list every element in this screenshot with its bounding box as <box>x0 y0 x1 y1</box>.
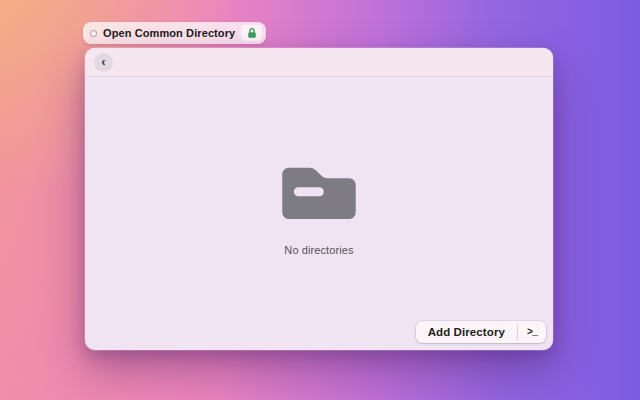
desktop-background: Open Common Directory ‹ <box>0 0 640 400</box>
add-directory-button[interactable]: Add Directory <box>416 321 517 343</box>
window-titlebar: ‹ <box>85 48 553 77</box>
open-common-directory-badge[interactable]: Open Common Directory <box>83 22 266 44</box>
empty-state: No directories <box>280 162 358 256</box>
status-dot-icon <box>90 30 97 37</box>
terminal-prompt-icon: >_ <box>527 327 537 338</box>
lock-icon <box>246 27 258 39</box>
app-window: ‹ No directories Add Directory >_ <box>85 48 553 350</box>
empty-state-message: No directories <box>284 244 353 256</box>
chevron-left-icon: ‹ <box>101 55 105 68</box>
window-content: No directories Add Directory >_ <box>85 77 553 349</box>
footer-button-group: Add Directory >_ <box>416 321 546 343</box>
back-button[interactable]: ‹ <box>94 53 113 72</box>
folder-icon <box>280 162 358 220</box>
lock-chip <box>241 25 262 41</box>
terminal-button[interactable]: >_ <box>518 321 546 343</box>
badge-label: Open Common Directory <box>103 27 235 39</box>
